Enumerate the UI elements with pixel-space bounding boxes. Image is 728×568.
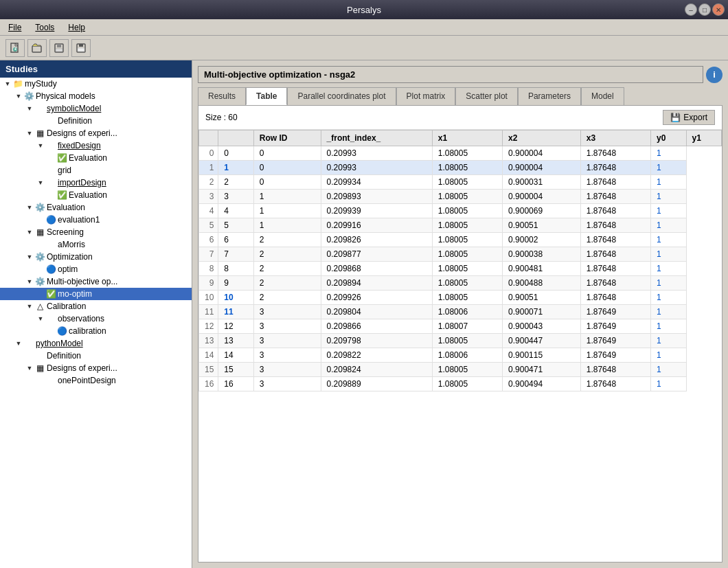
tree-arrow-screening[interactable]: ▼ bbox=[25, 229, 34, 236]
row-index: 10 bbox=[199, 291, 218, 305]
table-row[interactable]: 8820.2098681.080050.9004811.876481 bbox=[199, 262, 722, 276]
sidebar-item-observations[interactable]: ▼observations bbox=[0, 313, 192, 325]
sidebar-item-grid[interactable]: grid bbox=[0, 164, 192, 177]
new-button[interactable]: + bbox=[5, 39, 25, 57]
sidebar-item-optimization[interactable]: ▼⚙️Optimization bbox=[0, 251, 192, 263]
col-header-Row ID[interactable]: Row ID bbox=[253, 130, 321, 146]
tree-label-fixedDesign: fixedDesign bbox=[58, 141, 101, 150]
tree-arrow-multi-opt[interactable]: ▼ bbox=[25, 278, 34, 285]
col-header-x2[interactable]: x2 bbox=[503, 130, 581, 146]
cell-row-id[interactable]: 1 bbox=[218, 161, 253, 175]
tab-table[interactable]: Table bbox=[246, 87, 287, 105]
tab-scatter-plot[interactable]: Scatter plot bbox=[455, 87, 518, 105]
sidebar-item-evaluation1a[interactable]: 🔵evaluation1 bbox=[0, 214, 192, 226]
table-row[interactable]: 151530.2098241.080050.9004711.876481 bbox=[199, 363, 722, 377]
sidebar-item-designs1[interactable]: ▼▦Designs of experi... bbox=[0, 127, 192, 139]
save-as-button[interactable] bbox=[49, 39, 69, 57]
sidebar-item-calibration[interactable]: ▼△Calibration bbox=[0, 300, 192, 313]
cell-y0: 1.87648 bbox=[580, 262, 650, 276]
sidebar-item-onePointDesign[interactable]: onePointDesign bbox=[0, 374, 192, 387]
menu-file[interactable]: File bbox=[5, 21, 24, 34]
tree-label-calibration: Calibration bbox=[47, 302, 86, 311]
tree-arrow-designs1[interactable]: ▼ bbox=[25, 130, 34, 137]
info-button[interactable]: i bbox=[706, 67, 723, 83]
sidebar-item-myStudy[interactable]: ▼📁myStudy bbox=[0, 78, 192, 90]
sidebar-item-calibration1[interactable]: 🔵calibration bbox=[0, 325, 192, 337]
tab-results[interactable]: Results bbox=[198, 87, 246, 105]
table-row[interactable]: 1100.209931.080050.9000041.876481 bbox=[199, 161, 722, 175]
cell-row-id[interactable]: 11 bbox=[218, 305, 253, 319]
table-row[interactable]: 9920.2098941.080050.9004881.876481 bbox=[199, 276, 722, 291]
save-button[interactable] bbox=[71, 39, 91, 57]
table-row[interactable]: 141430.2098221.080060.9001151.876491 bbox=[199, 348, 722, 363]
export-label: Export bbox=[683, 113, 707, 122]
sidebar-item-mo-optim[interactable]: ✅mo-optim bbox=[0, 288, 192, 300]
tree-arrow-importDesign[interactable]: ▼ bbox=[36, 179, 45, 186]
table-row[interactable]: 7720.2098771.080050.9000381.876481 bbox=[199, 247, 722, 262]
sidebar-item-symbolicModel[interactable]: ▼symbolicModel bbox=[0, 102, 192, 115]
sidebar-item-pythonModel[interactable]: ▼pythonModel bbox=[0, 337, 192, 350]
table-row[interactable]: 131330.2097981.080050.9004471.876491 bbox=[199, 334, 722, 348]
table-row[interactable]: 0000.209931.080050.9000041.876481 bbox=[199, 146, 722, 161]
tree-arrow-designs2[interactable]: ▼ bbox=[25, 365, 34, 372]
cell-x3: 0.90051 bbox=[503, 291, 581, 305]
table-row[interactable]: 111130.2098041.080060.9000711.876491 bbox=[199, 305, 722, 319]
tree-arrow-physical-models[interactable]: ▼ bbox=[14, 93, 23, 100]
sidebar-item-definition2[interactable]: Definition bbox=[0, 350, 192, 362]
tab-plot-matrix[interactable]: Plot matrix bbox=[396, 87, 456, 105]
sidebar-item-screening[interactable]: ▼▦Screening bbox=[0, 226, 192, 238]
cell-row-id[interactable]: 10 bbox=[218, 291, 253, 305]
sidebar-item-physical-models[interactable]: ▼⚙️Physical models bbox=[0, 90, 192, 102]
table-row[interactable]: 101020.2099261.080050.900511.876481 bbox=[199, 291, 722, 305]
sidebar-item-evaluation-group[interactable]: ▼⚙️Evaluation bbox=[0, 201, 192, 214]
menu-help[interactable]: Help bbox=[65, 21, 88, 34]
tree-arrow-calibration[interactable]: ▼ bbox=[25, 303, 34, 310]
table-row[interactable]: 6620.2098261.080050.900021.876481 bbox=[199, 233, 722, 247]
cell-front-index: 3 bbox=[253, 363, 321, 377]
table-row[interactable]: 161630.2098891.080050.9004941.876481 bbox=[199, 377, 722, 391]
row-index: 5 bbox=[199, 218, 218, 233]
cell-x3: 0.900481 bbox=[503, 262, 581, 276]
tree-arrow-fixedDesign[interactable]: ▼ bbox=[36, 142, 45, 149]
sidebar-item-optim[interactable]: 🔵optim bbox=[0, 263, 192, 275]
sidebar-item-fixedDesign[interactable]: ▼fixedDesign bbox=[0, 139, 192, 152]
sidebar-item-definition1[interactable]: Definition bbox=[0, 115, 192, 127]
col-header-_front_index_[interactable]: _front_index_ bbox=[321, 130, 432, 146]
table-row[interactable]: 2200.2099341.080050.9000311.876481 bbox=[199, 175, 722, 190]
cell-front-index: 1 bbox=[253, 204, 321, 218]
tab-model[interactable]: Model bbox=[581, 87, 624, 105]
close-btn[interactable]: ✕ bbox=[712, 3, 725, 16]
table-row[interactable]: 121230.2098661.080070.9000431.876491 bbox=[199, 319, 722, 334]
table-row[interactable]: 4410.2099391.080050.9000691.876481 bbox=[199, 204, 722, 218]
tab-parallel-coordinates-plot[interactable]: Parallel coordinates plot bbox=[287, 87, 396, 105]
sidebar-item-aMorris[interactable]: aMorris bbox=[0, 238, 192, 251]
tree-arrow-evaluation-group[interactable]: ▼ bbox=[25, 204, 34, 211]
col-header-y1[interactable]: y1 bbox=[686, 130, 721, 146]
sidebar-item-importDesign[interactable]: ▼importDesign bbox=[0, 177, 192, 189]
cell-y0: 1.87648 bbox=[580, 233, 650, 247]
cell-y0: 1.87648 bbox=[580, 190, 650, 204]
sidebar-item-designs2[interactable]: ▼▦Designs of experi... bbox=[0, 362, 192, 374]
maximize-btn[interactable]: □ bbox=[698, 3, 711, 16]
cell-x1: 0.209939 bbox=[321, 204, 432, 218]
tree-arrow-optimization[interactable]: ▼ bbox=[25, 253, 34, 260]
col-header-x3[interactable]: x3 bbox=[580, 130, 650, 146]
col-header-y0[interactable]: y0 bbox=[651, 130, 686, 146]
tree-arrow-myStudy[interactable]: ▼ bbox=[3, 80, 12, 87]
table-row[interactable]: 5510.2099161.080050.900511.876481 bbox=[199, 218, 722, 233]
sidebar-item-multi-opt[interactable]: ▼⚙️Multi-objective op... bbox=[0, 275, 192, 288]
tree-arrow-pythonModel[interactable]: ▼ bbox=[14, 340, 23, 347]
col-header-x1[interactable]: x1 bbox=[432, 130, 502, 146]
sidebar-item-evaluation1[interactable]: ✅Evaluation bbox=[0, 152, 192, 164]
open-button[interactable] bbox=[27, 39, 47, 57]
tab-parameters[interactable]: Parameters bbox=[518, 87, 581, 105]
table-row[interactable]: 3310.2098931.080050.9000041.876481 bbox=[199, 190, 722, 204]
sidebar-item-evaluation2[interactable]: ✅Evaluation bbox=[0, 189, 192, 201]
tree-arrow-observations[interactable]: ▼ bbox=[36, 315, 45, 322]
tree-label-aMorris: aMorris bbox=[58, 240, 85, 249]
minimize-btn[interactable]: – bbox=[685, 3, 697, 16]
menu-tools[interactable]: Tools bbox=[32, 21, 57, 34]
tree-arrow-symbolicModel[interactable]: ▼ bbox=[25, 105, 34, 112]
export-button[interactable]: 💾 Export bbox=[663, 110, 715, 125]
col-header-0[interactable] bbox=[218, 130, 253, 146]
